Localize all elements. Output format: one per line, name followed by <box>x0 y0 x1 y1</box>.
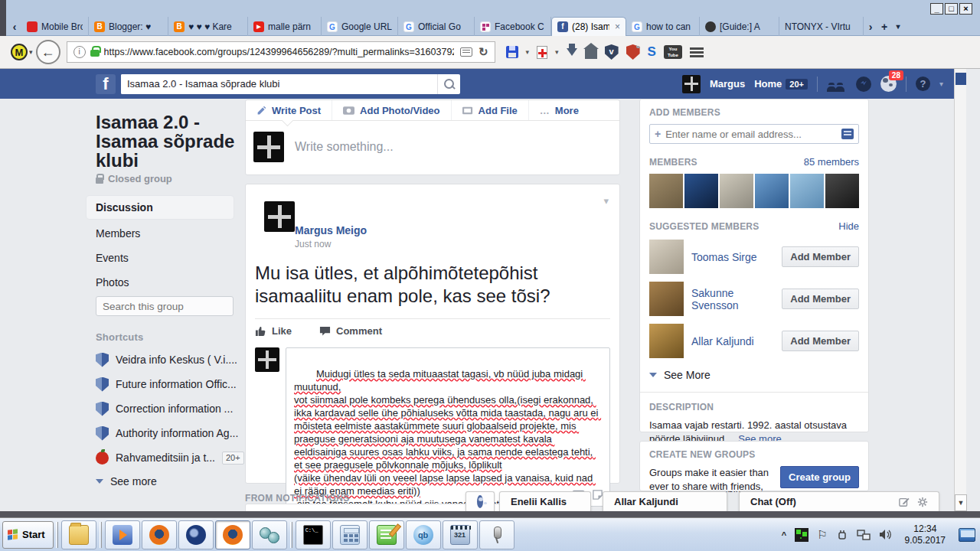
browser-tab[interactable]: Facebook C <box>475 17 551 36</box>
scrollbar-thumb[interactable] <box>956 73 966 85</box>
tab-scroll-right-button[interactable]: › <box>864 18 877 36</box>
suggested-name-link[interactable]: Toomas Sirge <box>691 251 774 263</box>
downloads-icon[interactable] <box>567 48 577 56</box>
member-photo[interactable] <box>825 174 859 208</box>
browser-tab-active[interactable]: f (28) Isam × <box>551 17 626 36</box>
reload-icon[interactable]: ↻ <box>479 45 488 59</box>
composer-body[interactable]: Write something... <box>246 121 619 173</box>
start-button[interactable]: Start <box>2 521 54 549</box>
taskbar-file-manager[interactable] <box>61 520 96 549</box>
tab-write-post[interactable]: Write Post <box>246 100 332 120</box>
comment-button[interactable]: Comment <box>319 325 382 337</box>
taskbar-firefox-active[interactable] <box>215 520 250 549</box>
member-photo[interactable] <box>684 174 718 208</box>
new-message-icon[interactable] <box>899 497 910 507</box>
taskbar-notepad[interactable] <box>369 520 404 549</box>
see-more-link[interactable]: See more <box>96 474 157 489</box>
comment-input-box[interactable]: Muidugi ütles ta seda mituaastat tagasi,… <box>286 347 610 507</box>
contacts-book-icon[interactable] <box>841 129 854 139</box>
group-search-input[interactable] <box>96 301 244 312</box>
scrollbar-down-button[interactable]: ▼ <box>955 494 967 511</box>
show-desktop-icon[interactable] <box>959 528 975 542</box>
taskbar-clock[interactable]: 12:34 9.05.2017 <box>900 523 950 546</box>
suggested-avatar[interactable] <box>649 324 684 358</box>
messenger-icon[interactable] <box>856 77 871 92</box>
account-dropdown-caret[interactable]: ▾ <box>939 80 943 88</box>
health-extension-icon[interactable] <box>537 46 547 59</box>
browser-tab[interactable]: ▶ malle pärn <box>248 17 322 36</box>
suggested-avatar[interactable] <box>649 240 684 274</box>
user-avatar[interactable] <box>682 75 701 93</box>
tab-close-icon[interactable]: × <box>613 21 620 32</box>
suggested-name-link[interactable]: Sakunne Svensson <box>691 287 774 311</box>
members-count-link[interactable]: 85 members <box>804 156 859 168</box>
shortcut-item[interactable]: Future information Offic... <box>96 377 237 392</box>
taskbar-media-player[interactable] <box>105 520 140 549</box>
member-photo[interactable] <box>720 174 753 208</box>
extension-m-button[interactable]: M <box>11 44 28 60</box>
shortcut-item[interactable]: Authority information Ag... <box>96 425 238 441</box>
sidebar-item-discussion[interactable]: Discussion <box>87 196 234 219</box>
sidebar-item-photos[interactable]: Photos <box>87 271 234 294</box>
suggested-name-link[interactable]: Allar Kaljundi <box>691 335 774 347</box>
home-link[interactable]: Home20+ <box>754 78 808 90</box>
like-button[interactable]: Like <box>255 325 292 337</box>
taskbar-qbittorrent[interactable]: qb <box>406 520 441 549</box>
user-name-link[interactable]: Margus <box>710 78 745 90</box>
m-dropdown-caret[interactable]: ▾ <box>29 48 33 56</box>
health-dropdown-caret[interactable]: ▾ <box>555 48 559 56</box>
tab-more[interactable]: … More <box>529 100 590 120</box>
shortcut-item[interactable]: Correction information ... <box>96 401 233 416</box>
add-member-input[interactable] <box>665 129 841 140</box>
member-photo[interactable] <box>790 174 824 208</box>
member-photo[interactable] <box>649 174 683 208</box>
sidebar-item-events[interactable]: Events <box>87 246 234 269</box>
taskbar-seamonkey[interactable] <box>178 520 214 549</box>
skype-icon[interactable]: S <box>648 44 656 60</box>
chat-tab[interactable]: Allar Kaljundi <box>603 491 727 511</box>
shortcut-item[interactable]: Rahvameditsiin ja t... 20+ <box>96 450 244 465</box>
save-dropdown-caret[interactable]: ▾ <box>526 48 530 56</box>
browser-tab[interactable]: G Official Go <box>398 17 475 36</box>
taskbar-search-tool[interactable] <box>252 520 287 549</box>
chat-tab[interactable]: Enelii Kallis <box>499 491 591 511</box>
post-author-link[interactable]: Margus Meigo <box>295 224 610 236</box>
youtube-toolbar-icon[interactable]: You Tube <box>664 45 682 59</box>
taskbar-firefox[interactable] <box>142 520 177 549</box>
friend-requests-icon[interactable] <box>827 80 847 92</box>
taskbar-media-classic[interactable]: 321 <box>443 520 478 549</box>
group-title[interactable]: Isamaa 2.0 - Isamaa sõprade klubi <box>96 112 241 170</box>
home-icon[interactable] <box>585 49 597 59</box>
address-bar[interactable]: i ↻ <box>67 41 495 63</box>
browser-tab[interactable]: [Guide:] A <box>700 17 779 36</box>
post-timestamp[interactable]: Just now <box>295 239 610 249</box>
facebook-logo[interactable]: f <box>96 74 116 94</box>
browser-tab[interactable]: NTONYX - VIrtu <box>779 17 864 36</box>
tab-add-file[interactable]: Add File <box>452 100 529 120</box>
browser-tab[interactable]: B ♥ ♥ ♥ Kare <box>168 17 248 36</box>
suggested-avatar[interactable] <box>649 282 684 316</box>
add-member-button[interactable]: Add Member <box>782 331 859 351</box>
taskbar-recorder[interactable] <box>479 520 514 549</box>
window-minimize-button[interactable]: _ <box>930 3 943 15</box>
notifications-dock-tab[interactable] <box>466 491 495 511</box>
post-author-avatar[interactable] <box>264 201 295 232</box>
see-more-link[interactable]: See More <box>649 367 859 383</box>
add-member-button[interactable]: Add Member <box>782 246 859 267</box>
window-close-button[interactable]: × <box>959 3 972 15</box>
search-icon[interactable] <box>437 74 460 94</box>
chat-settings-gear-icon[interactable] <box>917 497 928 507</box>
shortcut-item[interactable]: Veidra info Keskus ( V.i.... <box>96 352 237 367</box>
browser-tab[interactable]: B Blogger: ♥ <box>89 17 168 36</box>
window-maximize-button[interactable]: □ <box>945 3 958 15</box>
sidebar-item-members[interactable]: Members <box>87 222 234 245</box>
new-tab-button[interactable]: + <box>877 18 891 36</box>
member-photo[interactable] <box>755 174 789 208</box>
add-member-button[interactable]: Add Member <box>782 289 859 309</box>
sticker-icon[interactable] <box>592 489 603 500</box>
reader-mode-icon[interactable] <box>460 47 472 57</box>
tray-power-icon[interactable] <box>836 529 848 541</box>
page-info-icon[interactable]: i <box>74 46 86 58</box>
tracker-shield-icon[interactable]: 3 <box>626 44 640 60</box>
tray-monitor-icon[interactable] <box>795 528 808 542</box>
